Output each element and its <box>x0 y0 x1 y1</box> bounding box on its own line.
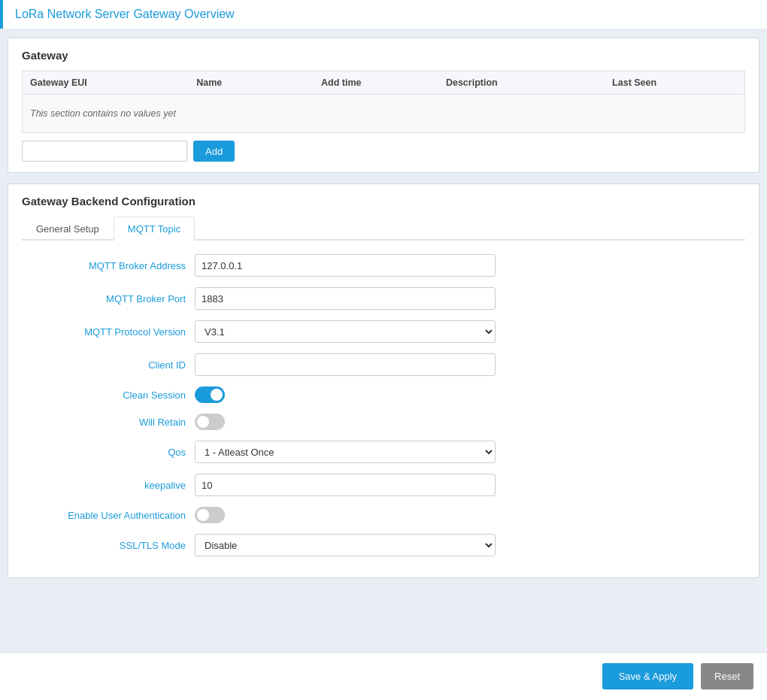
tab-general-setup[interactable]: General Setup <box>22 217 114 241</box>
mqtt-broker-address-input[interactable] <box>195 254 496 277</box>
gateway-table-empty: This section contains no values yet <box>22 95 745 133</box>
gateway-section-title: Gateway <box>22 49 745 62</box>
will-retain-toggle[interactable] <box>195 414 225 430</box>
gateway-add-button[interactable]: Add <box>193 141 235 162</box>
clean-session-toggle[interactable] <box>195 386 225 403</box>
enable-user-auth-row: Enable User Authentication <box>22 507 745 523</box>
qos-select[interactable]: 0 - At Most Once 1 - Atleast Once 2 - Ex… <box>195 441 496 463</box>
page-title: LoRa Network Server Gateway Overview <box>15 8 755 21</box>
clean-session-label: Clean Session <box>22 389 195 401</box>
col-header-eui: Gateway EUI <box>30 77 196 88</box>
col-header-name: Name <box>196 77 321 88</box>
keepalive-row: keepalive <box>22 474 745 496</box>
qos-row: Qos 0 - At Most Once 1 - Atleast Once 2 … <box>22 441 745 463</box>
mqtt-protocol-version-select[interactable]: V3.1 V3.1.1 V5.0 <box>195 320 496 343</box>
ssl-tls-mode-select[interactable]: Disable CA signed server certificate Sel… <box>195 534 496 556</box>
mqtt-protocol-version-row: MQTT Protocol Version V3.1 V3.1.1 V5.0 <box>22 320 745 343</box>
enable-user-auth-slider <box>195 507 225 523</box>
enable-user-auth-label: Enable User Authentication <box>22 510 195 521</box>
col-header-addtime: Add time <box>321 77 446 88</box>
ssl-tls-mode-row: SSL/TLS Mode Disable CA signed server ce… <box>22 534 745 556</box>
mqtt-protocol-version-label: MQTT Protocol Version <box>22 326 195 338</box>
backend-section-title: Gateway Backend Configuration <box>22 195 745 208</box>
will-retain-label: Will Retain <box>22 417 195 428</box>
reset-button[interactable]: Reset <box>701 663 753 689</box>
clean-session-slider <box>195 386 225 403</box>
clean-session-row: Clean Session <box>22 386 745 403</box>
col-header-desc: Description <box>446 77 612 88</box>
keepalive-input[interactable] <box>195 474 496 496</box>
mqtt-broker-port-label: MQTT Broker Port <box>22 293 195 305</box>
gateway-add-row: Add <box>22 141 745 162</box>
mqtt-broker-address-row: MQTT Broker Address <box>22 254 745 277</box>
gateway-add-input[interactable] <box>22 141 187 162</box>
will-retain-row: Will Retain <box>22 414 745 430</box>
client-id-label: Client ID <box>22 359 195 371</box>
qos-label: Qos <box>22 447 195 458</box>
mqtt-broker-port-row: MQTT Broker Port <box>22 287 745 310</box>
enable-user-auth-toggle[interactable] <box>195 507 225 523</box>
save-apply-button[interactable]: Save & Apply <box>602 663 693 689</box>
client-id-row: Client ID <box>22 353 745 376</box>
page-footer: Save & Apply Reset <box>0 652 767 700</box>
will-retain-slider <box>195 414 225 430</box>
tab-mqtt-topic[interactable]: MQTT Topic <box>114 217 195 241</box>
mqtt-broker-address-label: MQTT Broker Address <box>22 260 195 271</box>
ssl-tls-mode-label: SSL/TLS Mode <box>22 540 195 551</box>
client-id-input[interactable] <box>195 353 496 376</box>
gateway-table-header: Gateway EUI Name Add time Description La… <box>22 71 745 95</box>
backend-tabs: General Setup MQTT Topic <box>22 217 745 241</box>
keepalive-label: keepalive <box>22 480 195 491</box>
mqtt-broker-port-input[interactable] <box>195 287 496 310</box>
col-header-lastseen: Last Seen <box>612 77 737 88</box>
